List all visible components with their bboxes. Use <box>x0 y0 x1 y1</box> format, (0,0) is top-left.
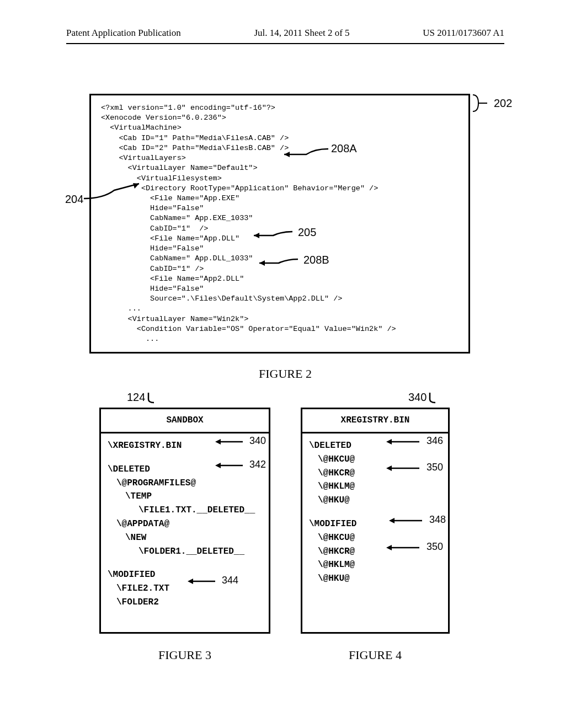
arrow-204 <box>81 182 142 204</box>
label-348: 348 <box>429 514 446 526</box>
label-342: 342 <box>249 459 266 470</box>
f3-line: \NEW <box>108 531 262 545</box>
f4-line: \@HKU@ <box>309 494 441 507</box>
arrow-208b <box>257 256 301 270</box>
label-205: 205 <box>298 226 316 239</box>
label-208a: 208A <box>331 142 357 155</box>
svg-marker-3 <box>259 260 265 266</box>
header-right: US 2011/0173607 A1 <box>423 28 504 39</box>
svg-marker-17 <box>386 545 392 550</box>
arrow-350b <box>383 542 422 553</box>
arrow-346 <box>383 436 422 447</box>
label-124: 124 <box>127 391 159 404</box>
xregistry-title: XREGISTRY.BIN <box>302 409 448 433</box>
arrow-350a <box>383 463 422 474</box>
f4-line: \@HKLM@ <box>309 480 441 494</box>
header-left: Patent Application Publication <box>66 28 181 39</box>
label-340: 340 <box>249 435 266 447</box>
arrow-348 <box>386 515 425 526</box>
f3-line: \FOLDER1.__DELETED__ <box>108 545 262 559</box>
f3-line: \TEMP <box>108 490 262 504</box>
svg-marker-5 <box>215 439 221 445</box>
bracket-202 <box>472 92 494 114</box>
hook-icon <box>146 392 159 404</box>
page-header: Patent Application Publication Jul. 14, … <box>66 28 504 44</box>
f4-line: \@HKU@ <box>309 572 441 586</box>
xml-code-box: <?xml version="1.0" encoding="utf-16"?> … <box>89 94 470 354</box>
label-340-top: 340 <box>408 391 441 404</box>
label-346: 346 <box>427 435 443 447</box>
figure-4-caption: FIGURE 4 <box>301 648 450 662</box>
arrow-340 <box>212 436 246 447</box>
svg-marker-9 <box>188 579 193 584</box>
svg-marker-15 <box>389 518 395 523</box>
figure-2: <?xml version="1.0" encoding="utf-16"?> … <box>66 94 504 381</box>
svg-marker-1 <box>133 183 139 189</box>
figure-3: 124 SANDBOX \XREGISTRY.BIN \DELETED \@PR… <box>99 408 270 634</box>
svg-marker-7 <box>215 463 221 468</box>
label-350b: 350 <box>427 541 443 553</box>
f3-line: \@APPDATA@ <box>108 517 262 531</box>
label-208b: 208B <box>303 254 329 266</box>
svg-marker-13 <box>386 465 392 471</box>
label-204: 204 <box>65 193 83 206</box>
svg-marker-0 <box>284 152 290 157</box>
arrow-208a <box>281 146 331 163</box>
header-center: Jul. 14, 2011 Sheet 2 of 5 <box>254 28 349 39</box>
figure-2-caption: FIGURE 2 <box>66 367 504 381</box>
f3-line: \FILE1.TXT.__DELETED__ <box>108 504 262 517</box>
label-202: 202 <box>494 97 512 110</box>
figure-4: 340 XREGISTRY.BIN \DELETED \@HKCU@ \@HKC… <box>301 408 450 634</box>
f4-line: \@HKLM@ <box>309 558 441 572</box>
sandbox-title: SANDBOX <box>101 409 269 433</box>
f3-line: \FOLDER2 <box>108 596 262 609</box>
label-350a: 350 <box>427 462 443 473</box>
svg-marker-11 <box>386 439 392 445</box>
hook-icon <box>428 392 441 404</box>
f3-line: \@PROGRAMFILES@ <box>108 477 262 490</box>
arrow-205 <box>251 229 295 243</box>
svg-marker-2 <box>254 233 259 238</box>
arrow-344 <box>185 576 218 587</box>
figure-3-caption: FIGURE 3 <box>99 648 270 662</box>
label-344: 344 <box>222 575 238 586</box>
arrow-342 <box>212 460 246 471</box>
